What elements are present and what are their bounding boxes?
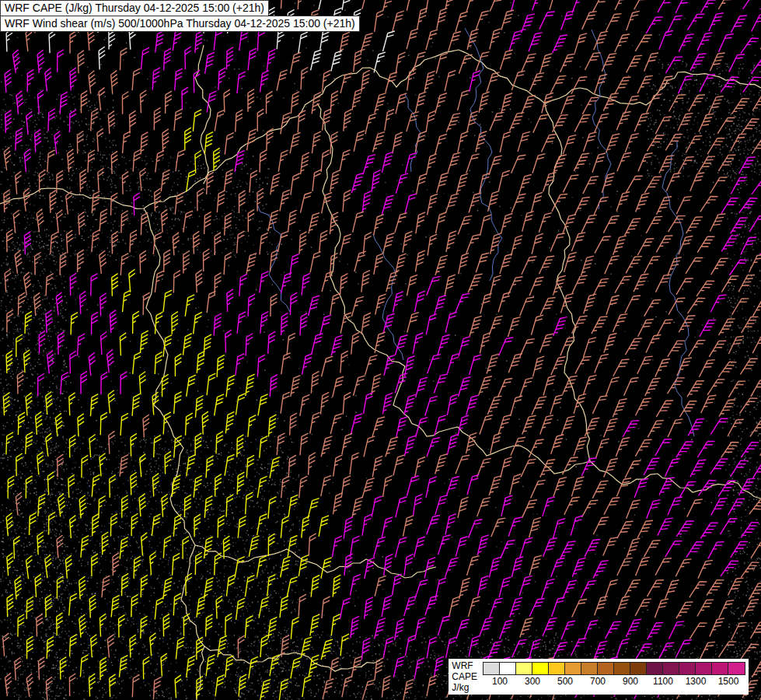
legend-variable-label: CAPE	[452, 671, 477, 682]
legend-tick: 1300	[686, 676, 707, 687]
title-cape-text: WRF CAPE (J/kg) Thursday 04-12-2025 15:0…	[5, 2, 264, 14]
legend-swatch	[483, 663, 500, 674]
weather-map-page: WRF CAPE (J/kg) Thursday 04-12-2025 15:0…	[0, 0, 761, 700]
title-cape: WRF CAPE (J/kg) Thursday 04-12-2025 15:0…	[0, 0, 269, 16]
legend-swatch	[500, 663, 516, 674]
legend-tick: 100	[492, 676, 508, 687]
legend-labels: WRF CAPE J/kg	[452, 660, 479, 693]
legend-swatch	[581, 663, 598, 674]
cape-legend: WRF CAPE J/kg 10030050070090011001300150…	[449, 659, 749, 695]
legend-tick: 700	[590, 676, 606, 687]
legend-swatch	[663, 663, 679, 674]
legend-tick: 300	[525, 676, 540, 687]
legend-swatch	[679, 663, 696, 674]
legend-tick: 1100	[653, 676, 673, 687]
title-windshear: WRF Wind shear (m/s) 500/1000hPa Thursda…	[0, 16, 360, 32]
legend-swatch	[598, 663, 614, 674]
legend-tick: 1500	[718, 676, 739, 687]
legend-colorbar-wrap: 100300500700900110013001500	[483, 660, 745, 693]
legend-swatch	[532, 663, 549, 674]
legend-swatch	[696, 663, 712, 674]
title-windshear-text: WRF Wind shear (m/s) 500/1000hPa Thursda…	[5, 17, 355, 30]
weather-map-canvas	[0, 0, 761, 700]
legend-tick: 900	[623, 676, 638, 687]
legend-swatch	[516, 663, 532, 674]
legend-colorbar	[483, 662, 745, 675]
legend-model-label: WRF	[452, 660, 477, 671]
legend-swatch	[549, 663, 565, 674]
legend-tick: 500	[557, 676, 573, 687]
legend-swatch	[647, 663, 663, 674]
legend-swatch	[728, 663, 745, 674]
legend-swatch	[565, 663, 581, 674]
legend-tick-labels: 100300500700900110013001500	[483, 675, 745, 688]
legend-swatch	[630, 663, 647, 674]
legend-units-label: J/kg	[452, 682, 477, 693]
legend-swatch	[614, 663, 630, 674]
legend-swatch	[712, 663, 728, 674]
